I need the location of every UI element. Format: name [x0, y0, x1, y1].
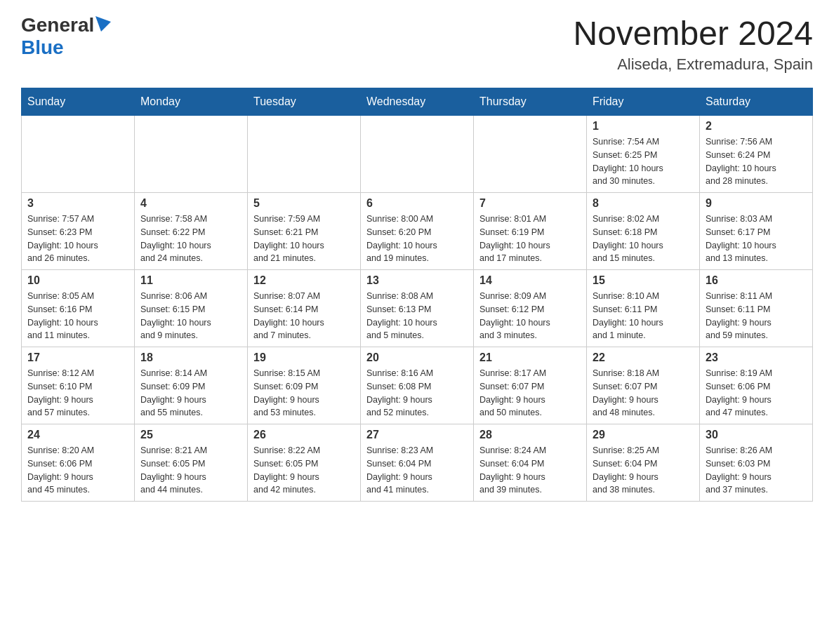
day-info: Sunrise: 8:11 AM Sunset: 6:11 PM Dayligh…: [706, 290, 807, 342]
calendar-cell: [135, 116, 248, 193]
logo: General Blue: [21, 14, 111, 59]
calendar-cell: 8Sunrise: 8:02 AM Sunset: 6:18 PM Daylig…: [587, 193, 700, 270]
title-area: November 2024 Aliseda, Extremadura, Spai…: [573, 14, 813, 74]
day-info: Sunrise: 7:54 AM Sunset: 6:25 PM Dayligh…: [593, 135, 694, 188]
day-info: Sunrise: 7:58 AM Sunset: 6:22 PM Dayligh…: [140, 213, 241, 265]
weekday-header-row: SundayMondayTuesdayWednesdayThursdayFrid…: [22, 88, 813, 116]
day-info: Sunrise: 8:06 AM Sunset: 6:15 PM Dayligh…: [140, 290, 241, 342]
calendar-cell: 27Sunrise: 8:23 AM Sunset: 6:04 PM Dayli…: [361, 424, 474, 502]
day-number: 30: [706, 429, 807, 441]
day-number: 25: [140, 429, 241, 441]
day-number: 17: [27, 351, 128, 364]
calendar-cell: 26Sunrise: 8:22 AM Sunset: 6:05 PM Dayli…: [248, 424, 361, 502]
weekday-header-monday: Monday: [135, 88, 248, 116]
calendar-cell: 7Sunrise: 8:01 AM Sunset: 6:19 PM Daylig…: [474, 193, 587, 270]
calendar-week-4: 17Sunrise: 8:12 AM Sunset: 6:10 PM Dayli…: [22, 347, 813, 424]
day-info: Sunrise: 8:17 AM Sunset: 6:07 PM Dayligh…: [479, 367, 581, 420]
day-number: 26: [253, 429, 355, 441]
calendar-cell: 12Sunrise: 8:07 AM Sunset: 6:14 PM Dayli…: [248, 270, 361, 347]
day-number: 3: [27, 197, 128, 210]
calendar-cell: 20Sunrise: 8:16 AM Sunset: 6:08 PM Dayli…: [361, 347, 474, 424]
day-number: 1: [593, 120, 694, 133]
day-number: 5: [253, 197, 355, 210]
logo-blue-text: Blue: [21, 36, 64, 59]
day-info: Sunrise: 7:57 AM Sunset: 6:23 PM Dayligh…: [27, 213, 128, 265]
day-info: Sunrise: 8:20 AM Sunset: 6:06 PM Dayligh…: [27, 444, 128, 497]
day-info: Sunrise: 8:03 AM Sunset: 6:17 PM Dayligh…: [706, 213, 807, 265]
day-info: Sunrise: 8:16 AM Sunset: 6:08 PM Dayligh…: [366, 367, 468, 420]
calendar-cell: 2Sunrise: 7:56 AM Sunset: 6:24 PM Daylig…: [700, 116, 813, 193]
day-number: 13: [366, 274, 468, 287]
day-number: 18: [140, 351, 241, 364]
day-info: Sunrise: 8:09 AM Sunset: 6:12 PM Dayligh…: [479, 290, 581, 342]
day-number: 7: [479, 197, 581, 210]
day-number: 8: [593, 197, 694, 210]
day-info: Sunrise: 8:23 AM Sunset: 6:04 PM Dayligh…: [366, 444, 468, 497]
day-number: 15: [593, 274, 694, 287]
day-info: Sunrise: 8:15 AM Sunset: 6:09 PM Dayligh…: [253, 367, 355, 420]
day-info: Sunrise: 8:07 AM Sunset: 6:14 PM Dayligh…: [253, 290, 355, 342]
day-number: 23: [706, 351, 807, 364]
day-info: Sunrise: 8:01 AM Sunset: 6:19 PM Dayligh…: [479, 213, 581, 265]
day-number: 21: [479, 351, 581, 364]
day-number: 27: [366, 429, 468, 441]
day-number: 11: [140, 274, 241, 287]
calendar-week-2: 3Sunrise: 7:57 AM Sunset: 6:23 PM Daylig…: [22, 193, 813, 270]
day-number: 12: [253, 274, 355, 287]
calendar-cell: 4Sunrise: 7:58 AM Sunset: 6:22 PM Daylig…: [135, 193, 248, 270]
weekday-header-friday: Friday: [587, 88, 700, 116]
calendar-cell: 21Sunrise: 8:17 AM Sunset: 6:07 PM Dayli…: [474, 347, 587, 424]
calendar-week-5: 24Sunrise: 8:20 AM Sunset: 6:06 PM Dayli…: [22, 424, 813, 502]
calendar-cell: 9Sunrise: 8:03 AM Sunset: 6:17 PM Daylig…: [700, 193, 813, 270]
day-info: Sunrise: 8:18 AM Sunset: 6:07 PM Dayligh…: [593, 367, 694, 420]
day-number: 14: [479, 274, 581, 287]
calendar-cell: 29Sunrise: 8:25 AM Sunset: 6:04 PM Dayli…: [587, 424, 700, 502]
calendar-cell: 15Sunrise: 8:10 AM Sunset: 6:11 PM Dayli…: [587, 270, 700, 347]
calendar-cell: 30Sunrise: 8:26 AM Sunset: 6:03 PM Dayli…: [700, 424, 813, 502]
calendar-cell: [361, 116, 474, 193]
month-title: November 2024: [573, 14, 813, 53]
weekday-header-tuesday: Tuesday: [248, 88, 361, 116]
calendar-body: 1Sunrise: 7:54 AM Sunset: 6:25 PM Daylig…: [22, 116, 813, 502]
calendar-cell: 14Sunrise: 8:09 AM Sunset: 6:12 PM Dayli…: [474, 270, 587, 347]
day-number: 22: [593, 351, 694, 364]
day-info: Sunrise: 8:05 AM Sunset: 6:16 PM Dayligh…: [27, 290, 128, 342]
calendar-table: SundayMondayTuesdayWednesdayThursdayFrid…: [21, 88, 813, 502]
day-number: 9: [706, 197, 807, 210]
calendar-week-1: 1Sunrise: 7:54 AM Sunset: 6:25 PM Daylig…: [22, 116, 813, 193]
calendar-cell: 16Sunrise: 8:11 AM Sunset: 6:11 PM Dayli…: [700, 270, 813, 347]
day-info: Sunrise: 8:19 AM Sunset: 6:06 PM Dayligh…: [706, 367, 807, 420]
day-number: 24: [27, 429, 128, 441]
day-number: 28: [479, 429, 581, 441]
day-number: 10: [27, 274, 128, 287]
calendar-cell: 10Sunrise: 8:05 AM Sunset: 6:16 PM Dayli…: [22, 270, 135, 347]
day-info: Sunrise: 8:02 AM Sunset: 6:18 PM Dayligh…: [593, 213, 694, 265]
day-info: Sunrise: 7:59 AM Sunset: 6:21 PM Dayligh…: [253, 213, 355, 265]
day-info: Sunrise: 8:12 AM Sunset: 6:10 PM Dayligh…: [27, 367, 128, 420]
day-info: Sunrise: 8:08 AM Sunset: 6:13 PM Dayligh…: [366, 290, 468, 342]
logo-triangle-icon: [95, 16, 111, 32]
calendar-cell: 5Sunrise: 7:59 AM Sunset: 6:21 PM Daylig…: [248, 193, 361, 270]
day-number: 19: [253, 351, 355, 364]
day-number: 2: [706, 120, 807, 133]
calendar-cell: 18Sunrise: 8:14 AM Sunset: 6:09 PM Dayli…: [135, 347, 248, 424]
day-number: 20: [366, 351, 468, 364]
day-info: Sunrise: 8:10 AM Sunset: 6:11 PM Dayligh…: [593, 290, 694, 342]
weekday-header-sunday: Sunday: [22, 88, 135, 116]
day-info: Sunrise: 7:56 AM Sunset: 6:24 PM Dayligh…: [706, 135, 807, 188]
day-info: Sunrise: 8:21 AM Sunset: 6:05 PM Dayligh…: [140, 444, 241, 497]
calendar-cell: 6Sunrise: 8:00 AM Sunset: 6:20 PM Daylig…: [361, 193, 474, 270]
calendar-cell: 11Sunrise: 8:06 AM Sunset: 6:15 PM Dayli…: [135, 270, 248, 347]
calendar-cell: 23Sunrise: 8:19 AM Sunset: 6:06 PM Dayli…: [700, 347, 813, 424]
calendar-cell: 17Sunrise: 8:12 AM Sunset: 6:10 PM Dayli…: [22, 347, 135, 424]
location-text: Aliseda, Extremadura, Spain: [573, 55, 813, 74]
day-number: 16: [706, 274, 807, 287]
calendar-cell: [248, 116, 361, 193]
calendar-cell: [22, 116, 135, 193]
day-info: Sunrise: 8:25 AM Sunset: 6:04 PM Dayligh…: [593, 444, 694, 497]
calendar-cell: 24Sunrise: 8:20 AM Sunset: 6:06 PM Dayli…: [22, 424, 135, 502]
calendar-cell: 25Sunrise: 8:21 AM Sunset: 6:05 PM Dayli…: [135, 424, 248, 502]
day-number: 29: [593, 429, 694, 441]
calendar-cell: 28Sunrise: 8:24 AM Sunset: 6:04 PM Dayli…: [474, 424, 587, 502]
calendar-cell: 13Sunrise: 8:08 AM Sunset: 6:13 PM Dayli…: [361, 270, 474, 347]
